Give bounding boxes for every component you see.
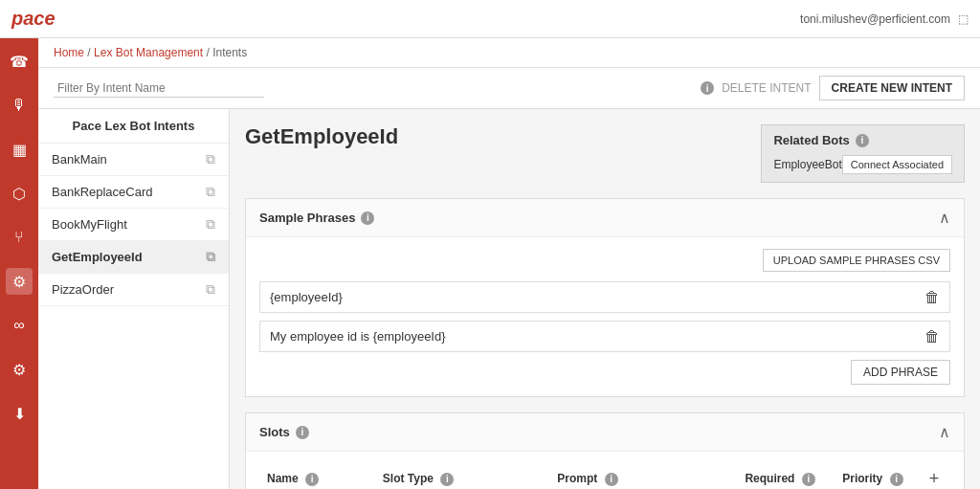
slots-chevron[interactable]: ∧ <box>939 423 950 441</box>
related-bots-row: EmployeeBot Connect Associated <box>773 155 952 174</box>
intent-header: GetEmployeeId Related Bots i EmployeeBot… <box>245 124 965 183</box>
phrase-input-0[interactable] <box>260 282 915 312</box>
phrase-delete-0[interactable]: 🗑 <box>915 283 949 312</box>
download-icon[interactable]: ⬇ <box>6 400 33 427</box>
user-area: toni.milushev@perficient.com ⬚ <box>800 12 969 26</box>
add-slot-button[interactable]: + <box>929 469 940 489</box>
robot-icon[interactable]: ⚙ <box>6 268 33 295</box>
sample-phrases-info-icon: i <box>361 211 374 225</box>
infinity-icon[interactable]: ∞ <box>6 312 33 339</box>
col-add: + <box>922 463 950 489</box>
user-email: toni.milushev@perficient.com <box>800 12 950 26</box>
col-priority: Priority i <box>835 463 921 489</box>
sample-phrases-body: UPLOAD SAMPLE PHRASES CSV 🗑 🗑 ADD PHRASE <box>246 237 964 396</box>
slots-section: Slots i ∧ Name i <box>245 412 965 489</box>
intent-title: GetEmployeeId <box>245 124 398 149</box>
related-bots-info-icon: i <box>856 134 869 147</box>
slots-header: Slots i ∧ <box>246 413 964 452</box>
intent-item-bookMyFlight[interactable]: BookMyFlight ⧉ <box>38 209 229 241</box>
top-nav: pace toni.milushev@perficient.com ⬚ <box>0 0 980 38</box>
intent-item-pizzaOrder[interactable]: PizzaOrder ⧉ <box>38 274 229 306</box>
copy-icon-getEmployeeId[interactable]: ⧉ <box>206 249 215 265</box>
intent-sidebar-title: Pace Lex Bot Intents <box>38 109 229 144</box>
col-prompt-info: i <box>605 473 618 486</box>
sample-phrases-header: Sample Phrases i ∧ <box>246 199 964 237</box>
filter-bar: i DELETE INTENT CREATE NEW INTENT <box>38 68 980 109</box>
related-bots-box: Related Bots i EmployeeBot Connect Assoc… <box>761 124 965 183</box>
phrase-row-1: 🗑 <box>259 321 950 352</box>
settings-icon[interactable]: ⚙ <box>6 356 33 383</box>
copy-icon-bankReplaceCard[interactable]: ⧉ <box>206 184 215 200</box>
phrase-input-1[interactable] <box>260 322 915 351</box>
col-priority-info: i <box>890 473 903 486</box>
related-bots-header: Related Bots i <box>773 133 952 147</box>
icon-sidebar: ☎ 🎙 ▦ ⬡ ⑂ ⚙ ∞ ⚙ ⬇ <box>0 38 38 489</box>
slots-table: Name i Slot Type i Prompt <box>259 463 950 489</box>
intent-item-getEmployeeId[interactable]: GetEmployeeId ⧉ <box>38 241 229 274</box>
sample-phrases-section: Sample Phrases i ∧ UPLOAD SAMPLE PHRASES… <box>245 198 965 397</box>
app-logo: pace <box>11 8 56 30</box>
col-name: Name i <box>259 463 375 489</box>
breadcrumb-home[interactable]: Home <box>54 46 84 59</box>
delete-intent-button[interactable]: DELETE INTENT <box>722 81 811 95</box>
filter-info-icon: i <box>701 81 714 95</box>
col-prompt: Prompt i <box>549 463 737 489</box>
intent-sidebar: Pace Lex Bot Intents BankMain ⧉ BankRepl… <box>38 109 230 489</box>
tag-icon[interactable]: ⬡ <box>6 180 33 207</box>
intent-item-bankReplaceCard[interactable]: BankReplaceCard ⧉ <box>38 176 229 209</box>
breadcrumb-lex[interactable]: Lex Bot Management <box>94 46 203 59</box>
slots-info-icon: i <box>296 426 309 439</box>
filter-actions: i DELETE INTENT CREATE NEW INTENT <box>701 76 965 100</box>
mic-icon[interactable]: 🎙 <box>6 92 33 119</box>
filter-input[interactable] <box>54 79 264 98</box>
sample-phrases-chevron[interactable]: ∧ <box>939 209 950 227</box>
git-icon[interactable]: ⑂ <box>6 224 33 251</box>
bot-name: EmployeeBot <box>773 158 841 171</box>
logout-icon[interactable]: ⬚ <box>958 12 969 26</box>
connect-associated-button[interactable]: Connect Associated <box>842 155 952 174</box>
col-required-info: i <box>802 473 815 486</box>
copy-icon-bookMyFlight[interactable]: ⧉ <box>206 216 215 233</box>
col-name-info: i <box>305 473 319 486</box>
col-slot-type: Slot Type i <box>375 463 549 489</box>
intent-item-bankMain[interactable]: BankMain ⧉ <box>38 144 229 176</box>
slots-body: Name i Slot Type i Prompt <box>246 452 964 489</box>
phone-icon[interactable]: ☎ <box>6 48 33 75</box>
breadcrumb: Home / Lex Bot Management / Intents <box>38 38 980 68</box>
phrase-row-0: 🗑 <box>259 281 950 313</box>
calendar-icon[interactable]: ▦ <box>6 136 33 163</box>
related-bots-label: Related Bots <box>773 133 849 147</box>
slots-title: Slots i <box>259 425 309 439</box>
detail-area: GetEmployeeId Related Bots i EmployeeBot… <box>230 109 980 489</box>
upload-csv-button[interactable]: UPLOAD SAMPLE PHRASES CSV <box>763 249 950 272</box>
copy-icon-bankMain[interactable]: ⧉ <box>206 151 215 167</box>
create-intent-button[interactable]: CREATE NEW INTENT <box>819 76 965 100</box>
breadcrumb-intents: Intents <box>212 46 247 59</box>
add-phrase-button[interactable]: ADD PHRASE <box>851 360 950 385</box>
col-required: Required i <box>737 463 835 489</box>
copy-icon-pizzaOrder[interactable]: ⧉ <box>206 281 215 298</box>
sample-phrases-title: Sample Phrases i <box>259 211 374 225</box>
phrase-delete-1[interactable]: 🗑 <box>915 322 949 351</box>
col-slot-type-info: i <box>440 473 454 486</box>
